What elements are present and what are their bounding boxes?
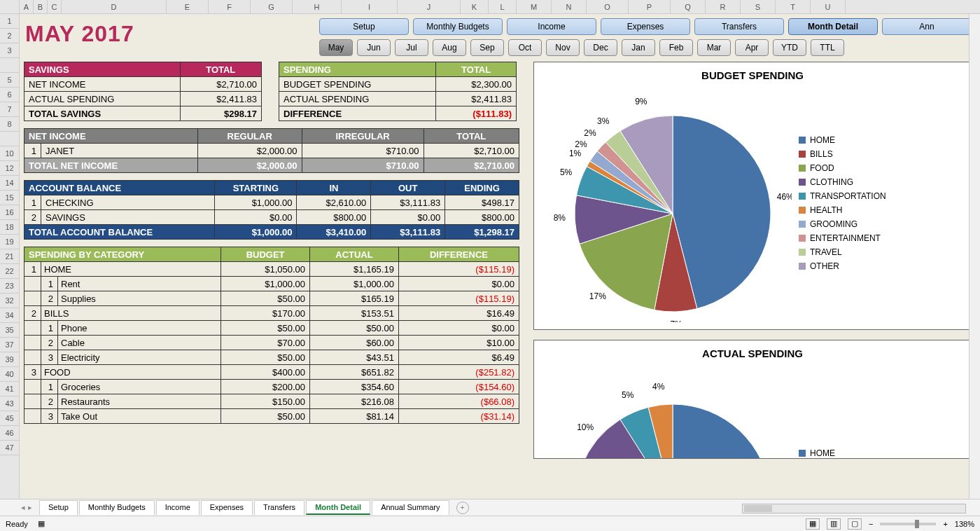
row-header[interactable]: 23 <box>0 279 19 294</box>
nav-button-setup[interactable]: Setup <box>319 18 409 35</box>
sheet-tab-monthly-budgets[interactable]: Monthly Budgets <box>79 500 155 515</box>
month-button-jan[interactable]: Jan <box>622 39 655 56</box>
column-header[interactable]: P <box>629 0 671 13</box>
zoom-in-button[interactable]: + <box>943 520 947 528</box>
month-button-nov[interactable]: Nov <box>546 39 580 56</box>
sheet-tab-month-detail[interactable]: Month Detail <box>306 500 370 515</box>
row-header[interactable]: 41 <box>0 382 19 396</box>
row-header[interactable]: 3 <box>0 43 19 58</box>
nav-button-transfers[interactable]: Transfers <box>694 18 784 35</box>
vertical-scrollbar[interactable] <box>969 14 980 499</box>
month-button-oct[interactable]: Oct <box>508 39 542 56</box>
column-header[interactable]: M <box>517 0 552 13</box>
column-header[interactable]: L <box>489 0 517 13</box>
row-header[interactable]: 16 <box>0 205 19 220</box>
zoom-slider[interactable] <box>880 523 936 525</box>
month-button-aug[interactable]: Aug <box>433 39 466 56</box>
page-layout-view-icon[interactable]: ▥ <box>827 518 841 530</box>
row-header[interactable]: 12 <box>0 161 19 176</box>
month-button-may[interactable]: May <box>319 39 353 56</box>
svg-text:8%: 8% <box>554 213 566 223</box>
row-header[interactable]: 32 <box>0 294 19 308</box>
month-button-dec[interactable]: Dec <box>584 39 617 56</box>
row-header[interactable]: 2 <box>0 29 19 43</box>
row-header[interactable]: 8 <box>0 117 19 132</box>
normal-view-icon[interactable]: ▦ <box>806 518 820 530</box>
column-header[interactable]: H <box>293 0 342 13</box>
row-header[interactable]: 39 <box>0 352 19 367</box>
month-button-jul[interactable]: Jul <box>395 39 428 56</box>
row-header[interactable]: 37 <box>0 338 19 352</box>
row-header[interactable] <box>0 132 19 146</box>
month-button-mar[interactable]: Mar <box>697 39 731 56</box>
sheet-tab-setup[interactable]: Setup <box>39 500 78 515</box>
row-header[interactable]: 45 <box>0 411 19 426</box>
column-header[interactable]: D <box>62 0 167 13</box>
nav-button-expenses[interactable]: Expenses <box>601 18 690 35</box>
zoom-out-button[interactable]: − <box>869 520 873 528</box>
row-header[interactable]: 21 <box>0 249 19 264</box>
nav-button-income[interactable]: Income <box>507 18 596 35</box>
sheet-tab-expenses[interactable]: Expenses <box>201 500 253 515</box>
sheet-tab-transfers[interactable]: Transfers <box>254 500 304 515</box>
month-button-ttl[interactable]: TTL <box>811 39 844 56</box>
zoom-level[interactable]: 138% <box>955 520 974 528</box>
row-header[interactable]: 18 <box>0 220 19 235</box>
month-button-ytd[interactable]: YTD <box>773 39 806 56</box>
column-header[interactable]: J <box>398 0 461 13</box>
column-header[interactable]: S <box>741 0 776 13</box>
column-header[interactable]: I <box>342 0 398 13</box>
column-header[interactable]: U <box>811 0 846 13</box>
legend-item: CLOTHING <box>799 177 886 187</box>
column-header[interactable]: F <box>209 0 251 13</box>
column-header[interactable]: E <box>167 0 209 13</box>
row-header[interactable]: 6 <box>0 88 19 102</box>
column-header[interactable]: B <box>34 0 48 13</box>
row-header[interactable]: 35 <box>0 323 19 338</box>
month-button-jun[interactable]: Jun <box>357 39 391 56</box>
nav-button-month-detail[interactable]: Month Detail <box>788 18 878 35</box>
add-sheet-button[interactable]: + <box>456 502 469 514</box>
spending-header: SPENDING <box>279 62 436 77</box>
row-header[interactable]: 40 <box>0 367 19 382</box>
column-header[interactable]: G <box>251 0 293 13</box>
column-header[interactable]: N <box>552 0 587 13</box>
row-header[interactable]: 1 <box>0 14 19 29</box>
row-header[interactable]: 15 <box>0 191 19 205</box>
column-header[interactable]: K <box>461 0 489 13</box>
row-header[interactable]: 47 <box>0 441 19 455</box>
column-header[interactable]: A <box>20 0 34 13</box>
sheet-tab-annual-summary[interactable]: Annual Summary <box>372 500 449 515</box>
horizontal-scrollbar[interactable] <box>742 504 966 513</box>
column-header[interactable]: R <box>706 0 741 13</box>
row-header[interactable]: 34 <box>0 308 19 323</box>
svg-text:9%: 9% <box>635 97 648 106</box>
column-header[interactable]: O <box>587 0 629 13</box>
page-break-view-icon[interactable]: ▢ <box>848 518 862 530</box>
month-button-feb[interactable]: Feb <box>659 39 693 56</box>
budget-spending-chart: BUDGET SPENDING 46%7%17%8%5%1%2%2%3%9% H… <box>533 62 972 330</box>
row-header[interactable]: 14 <box>0 176 19 191</box>
status-bar: Ready ▦ ▦ ▥ ▢ − + 138% <box>0 516 980 531</box>
month-button-apr[interactable]: Apr <box>735 39 769 56</box>
row-header[interactable]: 22 <box>0 264 19 279</box>
legend-item: HOME <box>799 448 835 458</box>
row-header[interactable]: 10 <box>0 146 19 161</box>
column-header[interactable]: T <box>776 0 811 13</box>
row-header[interactable]: 46 <box>0 426 19 441</box>
month-button-sep[interactable]: Sep <box>470 39 504 56</box>
row-header[interactable]: 43 <box>0 396 19 411</box>
savings-header: SAVINGS <box>24 62 181 77</box>
sheet-tab-income[interactable]: Income <box>156 500 200 515</box>
column-header[interactable]: Q <box>671 0 706 13</box>
tabs-nav[interactable]: ◂▸ <box>21 503 32 512</box>
legend-item: HOME <box>799 135 886 145</box>
row-header[interactable]: 19 <box>0 235 19 249</box>
nav-button-monthly-budgets[interactable]: Monthly Budgets <box>413 18 503 35</box>
nav-button-ann[interactable]: Ann <box>882 18 972 35</box>
row-header[interactable]: 5 <box>0 73 19 88</box>
row-header[interactable]: 7 <box>0 102 19 117</box>
column-header[interactable]: C <box>48 0 62 13</box>
row-header[interactable] <box>0 58 19 73</box>
macro-icon[interactable]: ▦ <box>38 519 45 528</box>
